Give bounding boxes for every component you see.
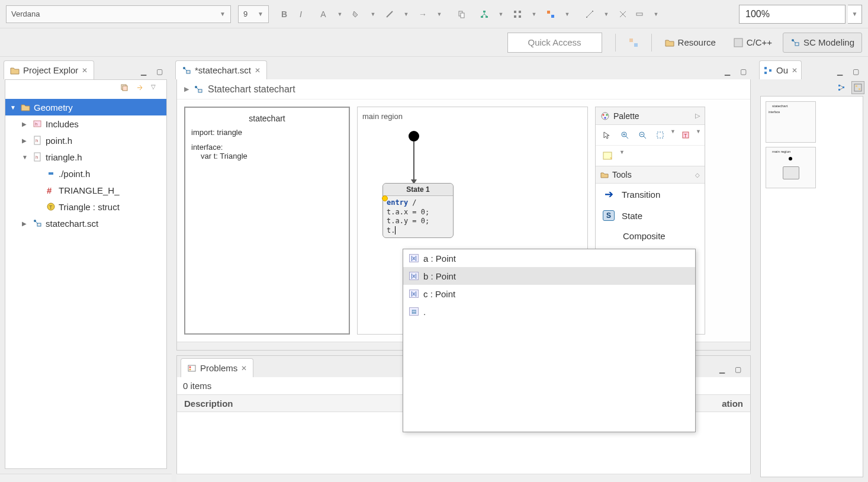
copy-format-button[interactable] (455, 7, 469, 21)
view-menu-icon[interactable]: ▽ (151, 83, 160, 93)
problems-tab[interactable]: Problems ✕ (181, 358, 253, 377)
tree-item-triangle-h[interactable]: ▼ h triangle.h (5, 149, 166, 165)
quick-access-input[interactable]: Quick Access (507, 33, 602, 53)
transition-edge[interactable] (413, 142, 414, 183)
palette-tools-section[interactable]: Tools ◇ (596, 166, 705, 184)
minimize-icon[interactable]: ▁ (719, 365, 728, 374)
dropdown-icon[interactable]: ▼ (670, 128, 676, 142)
tree-item-point-h-ref[interactable]: ./point.h (5, 165, 166, 182)
tree-item-geometry[interactable]: ▼ Geometry (5, 99, 166, 115)
palette-item-transition[interactable]: ➔ Transition (596, 184, 705, 205)
font-color-button[interactable]: A (316, 7, 330, 21)
svg-rect-8 (519, 15, 521, 18)
dropdown-icon[interactable]: ▼ (399, 7, 413, 21)
outline-body[interactable]: statechart interface main region (760, 96, 863, 477)
italic-button[interactable]: I (294, 7, 308, 21)
dropdown-icon[interactable]: ▼ (333, 7, 347, 21)
dropdown-icon[interactable]: ▼ (619, 149, 625, 162)
outline-overview-mode[interactable] (851, 81, 864, 94)
close-icon[interactable]: ✕ (241, 364, 247, 372)
zoom-dropdown[interactable]: ▼ (848, 5, 862, 24)
font-size-select[interactable]: 9 ▼ (238, 5, 269, 23)
outline-tab[interactable]: Ou ✕ (759, 60, 802, 79)
dropdown-icon[interactable]: ▼ (599, 7, 613, 21)
svg-rect-16 (734, 38, 742, 47)
dropdown-icon[interactable]: ▼ (494, 7, 508, 21)
tree-item-triangle-def[interactable]: # TRIANGLE_H_ (5, 182, 166, 198)
zoom-in-tool[interactable] (617, 128, 632, 142)
minimize-icon[interactable]: ▁ (837, 68, 846, 76)
maximize-icon[interactable]: ▢ (156, 68, 165, 76)
project-explorer-tab[interactable]: Project Explor ✕ (4, 60, 94, 79)
dropdown-icon[interactable]: ▼ (560, 7, 574, 21)
dropdown-icon[interactable]: ▼ (527, 7, 541, 21)
perspective-sc-modeling[interactable]: SC Modeling (783, 33, 862, 53)
outline-thumbnail[interactable]: main region (766, 147, 816, 188)
minimize-icon[interactable]: ▁ (725, 68, 733, 76)
editor-tab[interactable]: *statechart.sct ✕ (175, 60, 267, 79)
tree-item-triangle-struct[interactable]: T Triangle : struct (5, 198, 166, 215)
auto-layout-button[interactable] (477, 7, 491, 21)
breadcrumb[interactable]: ▶ Statechart statechart (177, 79, 750, 99)
dropdown-icon[interactable]: ▼ (696, 128, 701, 142)
dropdown-icon[interactable]: ▼ (432, 7, 446, 21)
collapse-all-icon[interactable] (120, 83, 130, 93)
maximize-icon[interactable]: ▢ (735, 365, 743, 374)
bold-button[interactable]: B (277, 7, 291, 21)
autocomplete-item[interactable]: |x| a : Point (403, 249, 695, 267)
show-button[interactable] (632, 7, 647, 21)
chevron-right-icon: ▷ (695, 112, 700, 120)
project-explorer-body: ▽ ▼ Geometry ▶ h Includes ▶ h point.h (5, 79, 167, 469)
group-button[interactable] (544, 7, 558, 21)
outline-tree-mode[interactable] (835, 81, 848, 94)
svg-rect-13 (636, 13, 642, 15)
hide-button[interactable] (616, 7, 630, 21)
expand-icon: ▶ (22, 121, 29, 127)
state-node[interactable]: State 1 entry / t.a.x = 0; t.a.y = 0; t. (382, 183, 454, 238)
tree-item-statechart[interactable]: ▶ statechart.sct (5, 215, 166, 232)
header-file-icon: h (33, 152, 42, 162)
definition-interface-hdr: interface: (191, 143, 343, 152)
maximize-icon[interactable]: ▢ (853, 68, 861, 76)
scrollbar[interactable] (0, 474, 172, 482)
minimize-icon[interactable]: ▁ (141, 68, 149, 76)
scrollbar[interactable] (176, 474, 751, 482)
snap-button[interactable] (583, 7, 597, 21)
definition-section[interactable]: statechart import: triangle interface: v… (184, 107, 350, 335)
fill-color-button[interactable] (349, 7, 364, 21)
zoom-out-tool[interactable] (635, 128, 650, 142)
svg-rect-52 (838, 85, 840, 86)
link-editor-icon[interactable] (136, 83, 145, 93)
sticky-note-tool[interactable] (599, 149, 617, 162)
line-color-button[interactable] (382, 7, 397, 21)
dropdown-icon[interactable]: ▼ (649, 7, 663, 21)
close-icon[interactable]: ✕ (255, 66, 261, 75)
select-tool[interactable] (599, 128, 615, 142)
palette-header[interactable]: Palette ▷ (596, 107, 705, 125)
autocomplete-item[interactable]: |x| b : Point (403, 267, 695, 285)
svg-point-47 (189, 366, 191, 368)
outline-thumbnail[interactable]: statechart interface (766, 101, 816, 143)
open-perspective-button[interactable] (622, 33, 645, 53)
font-family-select[interactable]: Verdana ▼ (6, 5, 231, 23)
perspective-ccpp[interactable]: C/C++ (726, 33, 779, 53)
close-icon[interactable]: ✕ (82, 66, 88, 75)
palette-item-state[interactable]: S State (596, 205, 705, 226)
statechart-icon (194, 85, 203, 94)
close-icon[interactable]: ✕ (792, 66, 798, 75)
connector-button[interactable]: → (416, 7, 430, 21)
zoom-select[interactable]: 100% (739, 5, 846, 24)
palette-item-composite[interactable]: Composite (596, 226, 705, 246)
maximize-icon[interactable]: ▢ (740, 68, 748, 76)
initial-state-node[interactable] (409, 131, 419, 142)
tree-item-includes[interactable]: ▶ h Includes (5, 115, 166, 132)
autocomplete-item[interactable]: |x| c : Point (403, 285, 695, 303)
distribute-button[interactable] (510, 7, 525, 21)
perspective-resource[interactable]: Resource (658, 33, 723, 53)
dropdown-icon[interactable]: ▼ (366, 7, 380, 21)
state-body[interactable]: entry / t.a.x = 0; t.a.y = 0; t. (383, 196, 453, 237)
note-tool[interactable]: T (678, 128, 693, 142)
autocomplete-item[interactable]: ▤ . (403, 303, 695, 320)
marquee-tool[interactable] (652, 128, 668, 142)
tree-item-point-h[interactable]: ▶ h point.h (5, 132, 166, 149)
